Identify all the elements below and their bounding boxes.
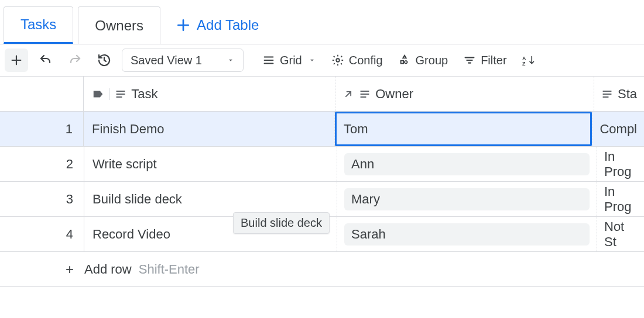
toolbar: Saved View 1 Grid Config Group Filter (0, 44, 644, 77)
saved-view-label: Saved View 1 (131, 54, 202, 67)
column-status-label: Sta (618, 87, 637, 102)
cell-owner[interactable]: Mary (337, 182, 597, 216)
lookup-arrow-icon (342, 88, 354, 100)
add-row-button[interactable]: + Add row Shift-Enter (0, 252, 644, 287)
filter-button[interactable]: Filter (458, 49, 511, 72)
text-type-icon (359, 88, 371, 100)
caret-down-icon (227, 56, 235, 64)
column-header-task[interactable]: Task (84, 77, 335, 111)
group-label: Group (416, 54, 448, 67)
cell-status[interactable]: In Prog (597, 147, 644, 181)
cell-owner[interactable]: Tom (335, 112, 593, 146)
config-button[interactable]: Config (327, 49, 388, 72)
tab-label: Tasks (20, 16, 56, 33)
add-table-label: Add Table (197, 17, 259, 33)
data-grid: Task Owner Sta 1 Fi (0, 77, 644, 287)
gear-icon (331, 54, 344, 67)
filter-icon (463, 54, 476, 67)
grid-icon (262, 54, 275, 67)
table-row[interactable]: 1 Finish Demo Tom Compl (0, 112, 644, 147)
text-type-icon (115, 88, 126, 100)
cell-task[interactable]: Write script (84, 147, 337, 181)
filter-label: Filter (481, 54, 506, 67)
config-label: Config (349, 54, 383, 67)
column-header-row: Task Owner Sta (0, 77, 644, 112)
row-number: 4 (0, 217, 84, 251)
label-icon (92, 88, 105, 101)
saved-view-select[interactable]: Saved View 1 (122, 49, 244, 72)
cell-status[interactable]: In Prog (597, 182, 644, 216)
history-button[interactable] (93, 49, 116, 72)
table-row[interactable]: 3 Build slide deck Build slide deck Mary… (0, 182, 644, 217)
add-row-shortcut: Shift-Enter (139, 262, 200, 277)
add-table-button[interactable]: Add Table (165, 6, 269, 44)
cell-owner[interactable]: Ann (337, 147, 597, 181)
column-owner-label: Owner (375, 87, 413, 102)
add-button[interactable] (5, 49, 28, 72)
cell-status[interactable]: Compl (592, 112, 644, 146)
row-number: 2 (0, 147, 84, 181)
tab-tasks[interactable]: Tasks (4, 6, 73, 44)
caret-down-icon (308, 56, 316, 64)
divider (109, 88, 110, 100)
owner-chip[interactable]: Mary (344, 188, 590, 210)
plus-icon (176, 18, 191, 33)
column-header-owner[interactable]: Owner (335, 77, 594, 111)
add-row-label: Add row (84, 262, 132, 277)
cell-tooltip: Build slide deck (233, 212, 330, 234)
row-number: 1 (0, 112, 84, 146)
grid-label: Grid (280, 54, 302, 67)
group-button[interactable]: Group (393, 49, 453, 72)
plus-icon: + (66, 261, 74, 278)
row-number-header (0, 77, 84, 111)
table-row[interactable]: 2 Write script Ann In Prog (0, 147, 644, 182)
owner-chip[interactable]: Sarah (344, 223, 590, 246)
undo-button[interactable] (34, 49, 57, 72)
column-task-label: Task (131, 87, 157, 102)
cell-task[interactable]: Build slide deck Build slide deck (84, 182, 337, 216)
tab-label: Owners (95, 18, 143, 34)
row-number: 3 (0, 182, 84, 216)
view-type-select[interactable]: Grid (258, 49, 321, 72)
selected-cell[interactable]: Tom (335, 112, 592, 146)
tab-owners[interactable]: Owners (78, 6, 160, 44)
group-icon (398, 54, 411, 67)
sort-az-icon: AZ (522, 53, 537, 67)
column-header-status[interactable]: Sta (594, 77, 644, 111)
svg-point-0 (336, 58, 340, 62)
text-type-icon (601, 88, 613, 100)
sort-button[interactable]: AZ (518, 49, 537, 72)
cell-owner[interactable]: Sarah (337, 217, 597, 251)
cell-task[interactable]: Finish Demo (84, 112, 335, 146)
cell-status[interactable]: Not St (597, 217, 644, 251)
svg-text:Z: Z (522, 61, 526, 67)
table-tabs: Tasks Owners Add Table (0, 0, 644, 44)
redo-button[interactable] (63, 49, 87, 72)
owner-chip[interactable]: Ann (344, 153, 590, 175)
